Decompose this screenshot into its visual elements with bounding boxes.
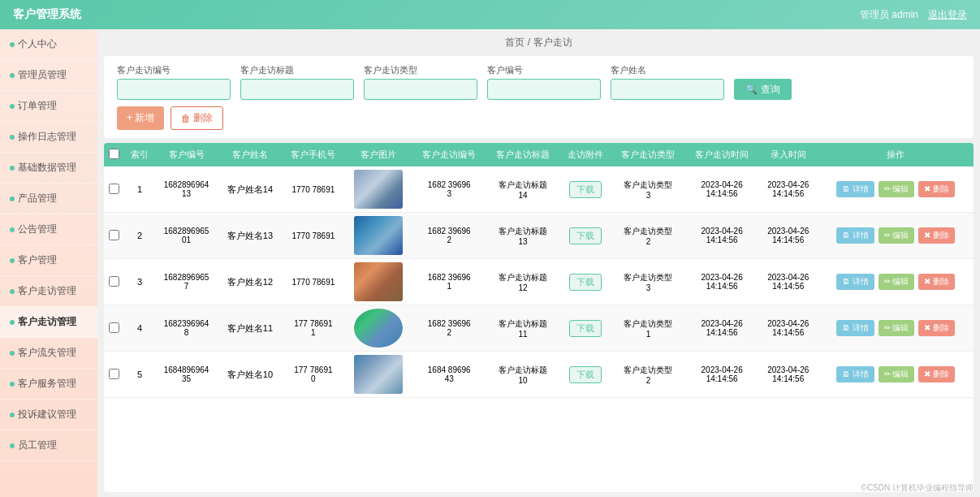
detail-button[interactable]: 🗎 详情 — [836, 366, 874, 382]
sidebar-item-personal[interactable]: 个人中心 — [0, 29, 97, 60]
top-bar: 客户管理系统 管理员 admin 退出登录 — [0, 0, 980, 29]
del-btn-label: 删除 — [193, 111, 213, 125]
cell-attachment[interactable]: 下载 — [559, 259, 611, 305]
row-delete-button[interactable]: ✖ 删除 — [918, 181, 955, 197]
row-delete-button[interactable]: ✖ 删除 — [918, 227, 955, 244]
input-visit-no[interactable] — [117, 79, 231, 100]
sidebar-item-basedata[interactable]: 基础数据管理 — [0, 153, 97, 184]
row-delete-button[interactable]: ✖ 删除 — [918, 320, 955, 336]
cell-img — [345, 166, 412, 213]
row-checkbox[interactable] — [109, 322, 119, 333]
dot-icon — [10, 166, 15, 171]
search-field-visit-type: 客户走访类型 — [364, 64, 477, 100]
cell-phone: 1770 78691 — [282, 213, 344, 259]
edit-button[interactable]: ✏ 编辑 — [879, 274, 915, 290]
row-delete-button[interactable]: ✖ 删除 — [918, 366, 955, 382]
edit-button[interactable]: ✏ 编辑 — [879, 366, 915, 382]
edit-button[interactable]: ✏ 编辑 — [879, 181, 915, 197]
cell-attachment[interactable]: 下载 — [559, 213, 611, 259]
row-checkbox[interactable] — [109, 276, 119, 287]
edit-button[interactable]: ✏ 编辑 — [879, 227, 915, 244]
input-cust-no[interactable] — [487, 79, 601, 100]
cell-checkbox[interactable] — [104, 305, 125, 352]
select-all-checkbox[interactable] — [109, 149, 119, 159]
cell-op: 🗎 详情 ✏ 编辑 ✖ 删除 — [818, 305, 974, 352]
cell-visit-type: 客户走访类型 2 — [611, 213, 685, 259]
breadcrumb-home[interactable]: 首页 — [505, 37, 525, 48]
input-cust-name[interactable] — [611, 79, 724, 100]
row-checkbox[interactable] — [109, 184, 119, 194]
label-visit-no: 客户走访编号 — [117, 64, 231, 76]
cell-checkbox[interactable] — [104, 166, 125, 213]
cell-cust-no: 1682396964 8 — [155, 305, 218, 352]
sidebar-item-notice[interactable]: 公告管理 — [0, 214, 97, 245]
search-field-cust-name: 客户姓名 — [611, 64, 724, 100]
sidebar-item-service[interactable]: 客户服务管理 — [0, 369, 97, 400]
sidebar-item-label: 个人中心 — [18, 37, 57, 51]
input-visit-type[interactable] — [364, 79, 477, 100]
detail-button[interactable]: 🗎 详情 — [836, 274, 874, 290]
detail-button[interactable]: 🗎 详情 — [836, 320, 874, 336]
search-btn-label: 查询 — [761, 83, 780, 97]
input-visit-title[interactable] — [240, 79, 354, 100]
cell-checkbox[interactable] — [104, 259, 125, 305]
cell-checkbox[interactable] — [104, 213, 125, 259]
cell-index: 5 — [125, 352, 155, 398]
cell-visit-title: 客户走访标题 11 — [486, 305, 560, 352]
sidebar-item-label: 客户走访管理 — [18, 315, 76, 329]
logout-btn[interactable]: 退出登录 — [928, 8, 967, 22]
table-row: 3 1682896965 7 客户姓名12 1770 78691 1682 39… — [104, 259, 974, 305]
cell-phone: 1770 78691 — [282, 259, 344, 305]
label-cust-name: 客户姓名 — [611, 64, 724, 76]
cell-phone: 177 78691 0 — [282, 352, 344, 398]
cell-visit-title: 客户走访标题 13 — [486, 213, 560, 259]
row-checkbox[interactable] — [109, 369, 119, 379]
cell-op: 🗎 详情 ✏ 编辑 ✖ 删除 — [818, 166, 974, 213]
sidebar-item-suggestion[interactable]: 投诉建议管理 — [0, 400, 97, 430]
download-button[interactable]: 下载 — [569, 181, 602, 198]
detail-button[interactable]: 🗎 详情 — [836, 227, 874, 244]
sidebar-item-loss[interactable]: 客户流失管理 — [0, 338, 97, 369]
th-cust-name: 客户姓名 — [218, 143, 283, 166]
table-row: 2 1682896965 01 客户姓名13 1770 78691 1682 3… — [104, 213, 974, 259]
detail-button[interactable]: 🗎 详情 — [836, 181, 874, 197]
customer-image — [354, 170, 403, 209]
visit-table: 索引 客户编号 客户姓名 客户手机号 客户图片 客户走访编号 客户走访标题 走访… — [104, 143, 974, 398]
download-button[interactable]: 下载 — [569, 227, 602, 244]
cell-visit-type: 客户走访类型 2 — [611, 352, 685, 398]
table-header-row: 索引 客户编号 客户姓名 客户手机号 客户图片 客户走访编号 客户走访标题 走访… — [104, 143, 974, 166]
cell-entry-time: 2023-04-26 14:14:56 — [759, 352, 818, 398]
sidebar-item-staff[interactable]: 员工管理 — [0, 430, 97, 461]
sidebar-item-visit-active[interactable]: 客户走访管理 — [0, 307, 97, 338]
sidebar-item-product[interactable]: 产品管理 — [0, 184, 97, 214]
label-visit-title: 客户走访标题 — [240, 64, 354, 76]
cell-attachment[interactable]: 下载 — [559, 352, 611, 398]
dot-icon — [10, 289, 15, 294]
delete-button[interactable]: 🗑 删除 — [171, 106, 223, 130]
cell-attachment[interactable]: 下载 — [559, 166, 611, 213]
sidebar-item-visit-mgr[interactable]: 客户走访管理 — [0, 276, 97, 307]
row-delete-button[interactable]: ✖ 删除 — [918, 274, 955, 290]
cell-attachment[interactable]: 下载 — [559, 305, 611, 352]
sidebar-item-employee[interactable]: 管理员管理 — [0, 60, 97, 91]
cell-op: 🗎 详情 ✏ 编辑 ✖ 删除 — [818, 213, 974, 259]
dot-icon — [10, 258, 15, 263]
cell-checkbox[interactable] — [104, 352, 125, 398]
cell-cust-name: 客户姓名12 — [218, 259, 283, 305]
sidebar-item-order[interactable]: 订单管理 — [0, 91, 97, 122]
sidebar-item-customer[interactable]: 客户管理 — [0, 245, 97, 276]
add-button[interactable]: + 新增 — [117, 106, 164, 130]
download-button[interactable]: 下载 — [569, 320, 602, 337]
th-visit-time: 客户走访时间 — [685, 143, 759, 166]
edit-button[interactable]: ✏ 编辑 — [879, 320, 915, 336]
cell-visit-no: 1682 39696 2 — [412, 213, 486, 259]
content-area: 首页 / 客户走访 客户走访编号 客户走访标题 客户走访类型 — [97, 29, 980, 497]
th-visit-no: 客户走访编号 — [412, 143, 486, 166]
cell-visit-time: 2023-04-26 14:14:56 — [685, 166, 759, 213]
download-button[interactable]: 下载 — [569, 366, 602, 383]
sidebar-item-oplog[interactable]: 操作日志管理 — [0, 122, 97, 153]
row-checkbox[interactable] — [109, 230, 119, 240]
cell-visit-no: 1684 89696 43 — [412, 352, 486, 398]
download-button[interactable]: 下载 — [569, 274, 602, 291]
search-button[interactable]: 🔍 查询 — [734, 79, 792, 100]
